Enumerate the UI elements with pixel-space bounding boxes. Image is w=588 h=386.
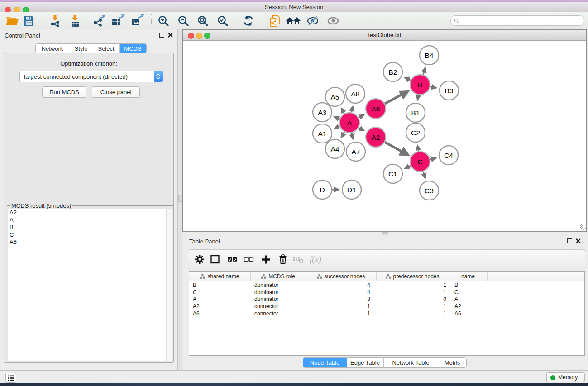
zoom-selected-icon[interactable] — [215, 14, 230, 28]
graph-edge-A-A1[interactable] — [335, 127, 340, 129]
table-header-row: shared nameMCDS rolesuccessor nodesprede… — [189, 272, 584, 281]
graph-edge-B-B3[interactable] — [430, 87, 436, 88]
table-row[interactable]: A2connector11A2 — [189, 303, 584, 310]
toolbar-separator — [43, 14, 43, 26]
optimization-criterion-label: Optimization criterion: — [4, 60, 173, 67]
table-cell: C — [189, 289, 251, 295]
graph-edge-A2-C[interactable] — [385, 142, 408, 155]
column-header[interactable]: predecessor nodes — [377, 272, 449, 281]
import-network-icon[interactable] — [48, 14, 63, 28]
graph-edge-A-A8[interactable] — [352, 106, 353, 112]
tab-mcds[interactable]: MCDS — [120, 44, 146, 53]
graph-node-label: A2 — [372, 133, 380, 141]
graph-edge-B-B1[interactable] — [418, 95, 419, 100]
tab-select[interactable]: Select — [93, 44, 120, 53]
mcds-result-list[interactable]: A2ABCA6 — [8, 209, 172, 361]
table-type-tabs: Node TableEdge TableNetwork TableMotifs — [303, 357, 467, 368]
graph-edge-C-C1[interactable] — [405, 166, 411, 168]
desktop-background-bottom — [0, 383, 588, 386]
network-canvas[interactable]: AA1A2A3A4A5A6A7A8BB1B2B3B4CC1C2C3C4DD1 — [183, 41, 586, 231]
graph-edge-C-C4[interactable] — [430, 158, 436, 159]
zoom-fit-icon[interactable] — [195, 14, 210, 28]
graph-edge-A-A4[interactable] — [341, 132, 344, 138]
graph-node-label: C — [417, 158, 422, 166]
graph-edge-A6-B[interactable] — [385, 91, 408, 104]
close-panel-button[interactable]: Close panel — [92, 86, 140, 98]
mcds-result-item[interactable]: A — [8, 216, 172, 224]
show-columns-icon[interactable] — [209, 254, 221, 265]
close-panel-icon[interactable] — [576, 238, 581, 243]
export-table-icon[interactable] — [110, 14, 126, 28]
search-input[interactable] — [459, 18, 584, 24]
mcds-result-item[interactable]: A2 — [8, 209, 172, 216]
table-cell: 1 — [377, 282, 449, 288]
table-settings-gear-icon[interactable] — [194, 254, 206, 265]
run-mcds-button[interactable]: Run MCDS — [42, 86, 86, 98]
network-graph[interactable]: AA1A2A3A4A5A6A7A8BB1B2B3B4CC1C2C3C4DD1 — [183, 41, 586, 231]
mcds-result-item[interactable]: A6 — [8, 238, 172, 246]
graph-node-label: C1 — [388, 170, 397, 178]
graph-edge-A-A3[interactable] — [335, 117, 339, 119]
export-image-icon[interactable] — [130, 14, 145, 28]
graph-edge-C-C2[interactable] — [418, 146, 419, 152]
select-all-columns-icon[interactable] — [226, 254, 238, 265]
import-table-icon[interactable] — [67, 14, 83, 28]
mcds-result-item[interactable]: B — [8, 224, 172, 231]
tab-motifs[interactable]: Motifs — [438, 358, 466, 367]
refresh-icon[interactable] — [241, 14, 256, 28]
graph-node-label: D — [320, 186, 325, 194]
float-panel-icon[interactable] — [567, 238, 572, 243]
window-resize-grip[interactable] — [580, 224, 586, 230]
node-table: shared nameMCDS rolesuccessor nodesprede… — [189, 271, 585, 356]
zoom-in-icon[interactable] — [156, 14, 171, 28]
tab-style[interactable]: Style — [69, 44, 93, 53]
export-network-icon[interactable] — [92, 14, 107, 28]
table-row[interactable]: Cdominator41C — [189, 289, 584, 296]
toolbar-separator — [262, 14, 262, 26]
show-hide-eye-icon[interactable] — [325, 14, 341, 28]
column-header[interactable]: successor nodes — [306, 272, 377, 281]
task-history-button[interactable] — [5, 373, 16, 383]
memory-button[interactable]: Memory — [546, 372, 585, 382]
network-window-title: testGlobe.txt — [183, 32, 586, 38]
delete-rows-trash-icon[interactable] — [277, 254, 289, 265]
duplicate-network-icon[interactable] — [267, 14, 282, 28]
tab-network[interactable]: Network — [36, 44, 69, 53]
memory-label: Memory — [558, 374, 578, 381]
create-column-plus-icon[interactable] — [260, 254, 272, 265]
function-builder-icon-disabled: f(x) — [310, 254, 321, 265]
splitter-grip[interactable] — [178, 195, 182, 202]
graph-edge-B-B2[interactable] — [405, 77, 411, 80]
column-header[interactable]: name — [449, 272, 488, 281]
tab-network-table[interactable]: Network Table — [384, 358, 438, 367]
table-row[interactable]: Bdominator41B — [189, 281, 584, 289]
table-row[interactable]: Adominator80A — [189, 296, 584, 303]
graph-edge-A-A5[interactable] — [341, 108, 344, 114]
close-panel-icon[interactable] — [168, 33, 173, 38]
column-header[interactable]: shared name — [189, 272, 251, 281]
column-header[interactable]: MCDS role — [251, 272, 306, 281]
graph-edge-B-B4[interactable] — [423, 68, 425, 75]
graph-edge-A-A2[interactable] — [359, 128, 364, 130]
table-cell: 4 — [306, 282, 377, 288]
open-session-icon[interactable] — [5, 14, 20, 28]
graph-edge-A-A7[interactable] — [352, 133, 353, 139]
criterion-select[interactable]: largest connected component (directed) — [19, 71, 163, 82]
graph-edge-A-A6[interactable] — [359, 115, 363, 118]
tab-node-table[interactable]: Node Table — [303, 358, 347, 367]
list-scrollbar[interactable] — [166, 209, 172, 361]
graph-node-label: A1 — [318, 130, 327, 138]
graph-node-label: B2 — [389, 68, 397, 76]
table-row[interactable]: A6connector11A6 — [189, 310, 584, 317]
delete-column-icon-disabled — [292, 254, 304, 265]
tab-edge-table[interactable]: Edge Table — [347, 358, 384, 367]
save-session-icon[interactable] — [21, 14, 36, 28]
table-cell: A — [189, 296, 251, 302]
float-panel-icon[interactable] — [159, 33, 164, 38]
unselect-all-columns-icon[interactable] — [243, 254, 254, 265]
zoom-out-icon[interactable] — [176, 14, 191, 28]
first-neighbors-icon[interactable] — [286, 14, 301, 28]
hide-graphics-details-icon[interactable] — [305, 14, 320, 28]
graph-edge-C-C3[interactable] — [423, 172, 425, 178]
mcds-result-item[interactable]: C — [8, 231, 172, 238]
